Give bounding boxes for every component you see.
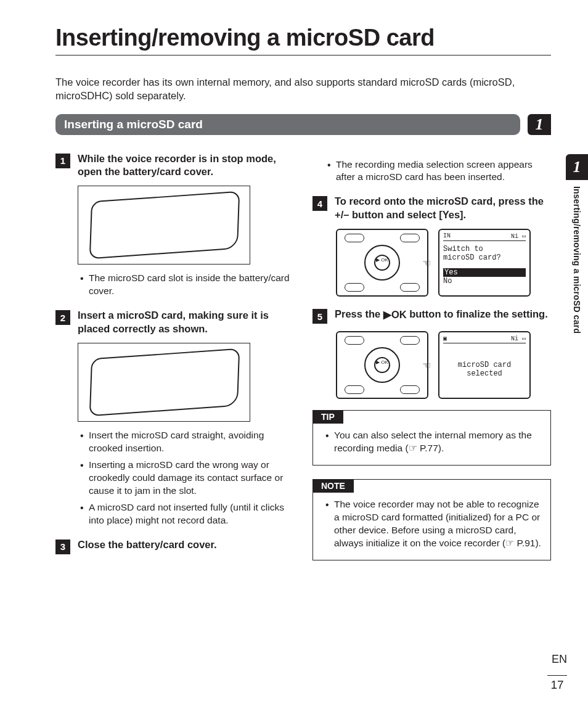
- side-chapter-number: 1: [566, 154, 588, 180]
- step-2-number: 2: [55, 310, 70, 325]
- tip-label: TIP: [312, 410, 343, 424]
- note-box: NOTE The voice recorder may not be able …: [312, 479, 551, 560]
- figure-lcd-switch: IN Ni ▭ Switch to microSD card? Yes No: [438, 229, 531, 297]
- step-5-text-pre: Press the: [335, 308, 383, 319]
- step-4: 4 To record onto the microSD card, press…: [312, 195, 551, 221]
- figure-insert-card: [78, 343, 250, 422]
- step-5-text-post: button to finalize the setting.: [407, 308, 548, 319]
- list-item: The microSD card slot is inside the batt…: [80, 272, 294, 298]
- lcd-option-no: No: [443, 277, 526, 285]
- lcd-line2: microSD card?: [443, 253, 526, 262]
- footer-page-number: 17: [547, 675, 567, 692]
- pointing-hand-icon: ☜: [422, 359, 431, 371]
- side-tab: 1 Inserting/removing a microSD card: [566, 154, 588, 334]
- lcd-selected-line2: selected: [443, 369, 526, 378]
- step-3-text: Close the battery/card cover.: [78, 538, 217, 554]
- note-text: The voice recorder may not be able to re…: [325, 498, 543, 550]
- lcd-selected-line1: microSD card: [443, 361, 526, 369]
- figure-control-pad-2: ▶ OK ☜: [336, 331, 428, 399]
- step-3-number: 3: [55, 540, 70, 554]
- step-4-yes: Yes: [443, 209, 460, 220]
- step-4-text: To record onto the microSD card, press t…: [335, 195, 551, 221]
- list-item: The recording media selection screen app…: [327, 158, 551, 184]
- intro-paragraph: The voice recorder has its own internal …: [55, 75, 551, 103]
- right-column: The recording media selection screen app…: [312, 152, 551, 562]
- lcd-badge-in: IN: [443, 232, 451, 240]
- step-4-figures: ▶ OK ☜ IN Ni ▭ Switch to microSD card? Y…: [336, 229, 551, 297]
- step-1-bullets: The microSD card slot is inside the batt…: [55, 272, 294, 298]
- chapter-number-badge: 1: [528, 114, 551, 135]
- step-2-bullets: Insert the microSD card straight, avoidi…: [55, 429, 294, 527]
- note-label: NOTE: [312, 479, 354, 493]
- play-ok-icon: ▶OK: [383, 308, 407, 321]
- page-title: Inserting/removing a microSD card: [55, 25, 551, 55]
- lcd-badge-card-icon: ▣: [443, 335, 447, 343]
- figure-open-cover: [78, 186, 250, 265]
- step-1-text: While the voice recorder is in stop mode…: [78, 152, 294, 179]
- step-3: 3 Close the battery/card cover.: [55, 538, 294, 554]
- ok-button-icon: ▶ OK: [374, 255, 390, 271]
- step-4-text-post: ].: [460, 209, 466, 220]
- list-item: Inserting a microSD card the wrong way o…: [80, 459, 294, 498]
- step-5-text: Press the ▶OK button to finalize the set…: [335, 308, 548, 324]
- step-4-text-pre: To record onto the microSD card, press t…: [335, 195, 544, 220]
- lcd-badge-battery: Ni ▭: [511, 335, 526, 343]
- lcd-badge-battery: Ni ▭: [511, 232, 526, 240]
- list-item: Insert the microSD card straight, avoidi…: [80, 429, 294, 455]
- left-column: 1 While the voice recorder is in stop mo…: [55, 152, 294, 562]
- figure-control-pad: ▶ OK ☜: [336, 229, 428, 297]
- ok-button-icon: ▶ OK: [374, 357, 390, 373]
- section-heading: Inserting a microSD card: [55, 114, 520, 135]
- step-2: 2 Insert a microSD card, making sure it …: [55, 309, 294, 335]
- step-5-number: 5: [312, 309, 327, 324]
- lcd-option-yes: Yes: [443, 268, 526, 277]
- pointing-hand-icon: ☜: [422, 257, 431, 269]
- lcd-line1: Switch to: [443, 245, 526, 253]
- step-5-figures: ▶ OK ☜ ▣ Ni ▭ microSD card selected: [336, 331, 551, 399]
- step-4-number: 4: [312, 196, 327, 211]
- list-item: A microSD card not inserted fully (until…: [80, 501, 294, 527]
- step-3-bullets: The recording media selection screen app…: [312, 158, 551, 184]
- tip-text: You can also select the internal memory …: [325, 429, 543, 455]
- step-5: 5 Press the ▶OK button to finalize the s…: [312, 308, 551, 324]
- step-2-text: Insert a microSD card, making sure it is…: [78, 309, 294, 335]
- step-1: 1 While the voice recorder is in stop mo…: [55, 152, 294, 179]
- figure-lcd-selected: ▣ Ni ▭ microSD card selected: [438, 331, 531, 399]
- step-1-number: 1: [55, 154, 70, 168]
- side-section-title: Inserting/removing a microSD card: [572, 186, 582, 334]
- tip-box: TIP You can also select the internal mem…: [312, 410, 551, 466]
- footer-language: EN: [552, 653, 567, 666]
